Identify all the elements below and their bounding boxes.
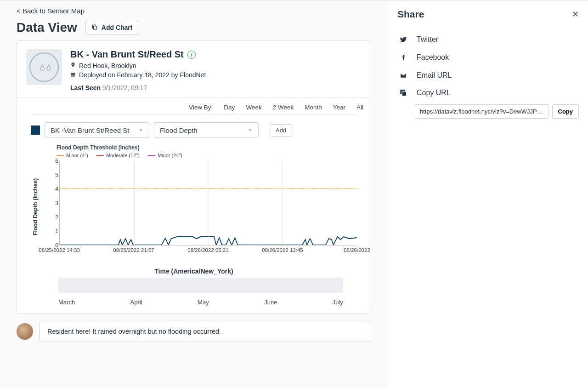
y-tick: 1 <box>55 228 58 234</box>
sensor-title: BK - Van Brunt St/Reed St <box>70 49 184 60</box>
share-twitter[interactable]: Twitter <box>397 31 579 48</box>
share-facebook[interactable]: Facebook <box>397 48 579 67</box>
month-tick: March <box>58 299 75 306</box>
pin-icon <box>70 62 76 69</box>
metric-select-value: Flood Depth <box>160 126 198 134</box>
sensor-deployed: Deployed on February 18, 2022 by FloodNe… <box>79 71 206 79</box>
back-link[interactable]: < Back to Sensor Map <box>0 0 388 17</box>
viewby-week[interactable]: Week <box>246 104 261 111</box>
share-url-input[interactable]: https://dataviz.floodnet.nyc/viz?v=DewWJ… <box>415 104 548 119</box>
x-tick: 08/26/2022 12:45 <box>262 247 303 253</box>
month-tick: June <box>264 299 277 306</box>
share-copy-label: Copy URL <box>417 89 451 97</box>
twitter-icon <box>398 36 408 43</box>
viewby-day[interactable]: Day <box>224 104 235 111</box>
threshold-minor-line <box>60 188 357 189</box>
y-tick: 2 <box>55 214 58 221</box>
email-icon <box>398 72 408 79</box>
copy-icon <box>91 24 98 32</box>
svg-rect-7 <box>402 91 407 96</box>
share-panel: Share ✕ Twitter Facebook Email URL Copy … <box>388 0 588 388</box>
share-title: Share <box>397 9 424 20</box>
legend-moderate: Moderate (12") <box>106 153 140 158</box>
add-chart-button[interactable]: Add Chart <box>85 21 139 35</box>
svg-rect-4 <box>71 74 75 75</box>
x-axis-label: Time (America/New_York) <box>31 268 357 275</box>
last-seen-label: Last Seen <box>70 84 101 91</box>
legend: Minor (4") Moderate (12") Major (24") <box>57 153 357 158</box>
viewby-2week[interactable]: 2 Week <box>273 104 294 111</box>
x-tick: 08/25/2022 14:33 <box>39 247 80 253</box>
share-copy-url[interactable]: Copy URL <box>397 84 579 102</box>
share-email[interactable]: Email URL <box>397 67 579 84</box>
month-tick: May <box>198 299 209 306</box>
metric-select[interactable]: Flood Depth ▼ <box>154 122 259 138</box>
x-tick: 08/26/2022 <box>344 247 370 253</box>
facebook-icon <box>398 53 408 62</box>
legend-major: Major (24") <box>158 153 182 158</box>
add-series-button[interactable]: Add <box>270 124 292 137</box>
page-title: Data View <box>17 20 77 35</box>
box-icon <box>70 71 76 79</box>
range-slider[interactable] <box>58 278 343 293</box>
legend-minor: Minor (4") <box>66 153 88 158</box>
avatar <box>17 323 33 340</box>
y-tick: 6 <box>55 158 58 164</box>
svg-rect-5 <box>71 76 75 77</box>
viewby-month[interactable]: Month <box>305 104 322 111</box>
viewby-label: View By: <box>189 104 213 111</box>
svg-rect-3 <box>71 73 75 74</box>
chevron-down-icon: ▼ <box>138 127 143 133</box>
sensor-select[interactable]: BK -Van Brunt St/Reed St ▼ <box>45 122 149 138</box>
info-icon[interactable]: i <box>187 51 196 59</box>
share-email-label: Email URL <box>417 71 452 80</box>
legend-title: Flood Depth Threshold (Inches) <box>57 144 357 151</box>
last-seen-value: 9/1/2022, 09:17 <box>102 84 147 91</box>
month-tick: July <box>333 299 343 306</box>
share-facebook-label: Facebook <box>417 53 449 62</box>
y-tick: 3 <box>55 200 58 206</box>
svg-point-2 <box>32 55 58 81</box>
share-twitter-label: Twitter <box>417 35 438 44</box>
sensor-logo <box>26 49 62 85</box>
y-tick: 4 <box>55 186 58 192</box>
copy-icon <box>398 89 408 97</box>
add-chart-label: Add Chart <box>102 24 133 31</box>
flood-depth-chart[interactable]: Flood Depth (Inches) 0 1 2 3 4 5 6 <box>45 161 357 253</box>
sensor-location: Red Hook, Brooklyn <box>79 62 136 69</box>
x-tick: 08/25/2022 21:57 <box>113 247 154 253</box>
svg-rect-1 <box>93 26 96 29</box>
copy-button[interactable]: Copy <box>552 104 579 119</box>
month-tick: April <box>130 299 142 306</box>
y-tick: 5 <box>55 172 58 178</box>
viewby-year[interactable]: Year <box>333 104 345 111</box>
sensor-select-value: BK -Van Brunt St/Reed St <box>51 126 129 134</box>
comment-input[interactable]: Resident here! It rained overnight but n… <box>40 321 371 342</box>
range-months: March April May June July <box>58 299 343 306</box>
sensor-card: BK - Van Brunt St/Reed St i Red Hook, Br… <box>17 40 371 314</box>
viewby-all[interactable]: All <box>356 104 363 111</box>
x-tick: 08/26/2022 05:21 <box>187 247 229 253</box>
y-axis-label: Flood Depth (Inches) <box>32 178 39 235</box>
series-color-swatch <box>31 126 40 135</box>
close-icon[interactable]: ✕ <box>572 9 579 19</box>
chevron-down-icon: ▼ <box>248 127 253 133</box>
